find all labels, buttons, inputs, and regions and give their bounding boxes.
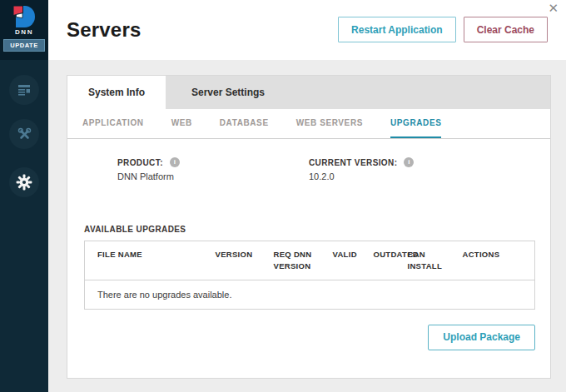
upload-package-button[interactable]: Upload Package bbox=[428, 325, 535, 350]
col-version: VERSION bbox=[203, 241, 261, 280]
tab-bar: System Info Server Settings bbox=[67, 76, 550, 109]
clear-cache-button[interactable]: Clear Cache bbox=[464, 17, 548, 42]
col-valid: VALID bbox=[320, 241, 361, 280]
sidebar-nav bbox=[0, 60, 48, 197]
col-req-dnn-version: REQ DNN VERSION bbox=[261, 241, 320, 280]
sidebar-item-settings[interactable] bbox=[9, 167, 39, 197]
update-badge[interactable]: UPDATE bbox=[3, 39, 44, 52]
info-icon[interactable]: i bbox=[170, 157, 180, 167]
close-icon[interactable]: ✕ bbox=[548, 2, 559, 14]
subtab-database[interactable]: DATABASE bbox=[220, 109, 269, 138]
gear-icon bbox=[16, 174, 32, 191]
current-version-label: CURRENT VERSION: bbox=[309, 158, 397, 167]
current-version-field: CURRENT VERSION: i 10.2.0 bbox=[309, 157, 414, 181]
empty-message: There are no upgrades available. bbox=[85, 280, 535, 309]
page-title: Servers bbox=[67, 18, 141, 42]
table-row: There are no upgrades available. bbox=[85, 280, 535, 309]
upgrades-content: PRODUCT: i DNN Platform CURRENT VERSION:… bbox=[67, 139, 550, 350]
available-upgrades-title: AVAILABLE UPGRADES bbox=[84, 225, 534, 234]
sidebar-item-content[interactable] bbox=[9, 75, 39, 105]
col-actions: ACTIONS bbox=[450, 241, 535, 280]
col-file-name: FILE NAME bbox=[85, 241, 203, 280]
system-info-fields: PRODUCT: i DNN Platform CURRENT VERSION:… bbox=[84, 157, 534, 181]
tab-server-settings[interactable]: Server Settings bbox=[166, 76, 290, 109]
subtab-application[interactable]: APPLICATION bbox=[82, 109, 144, 138]
dnn-wordmark: DNN bbox=[15, 28, 33, 36]
workspace: System Info Server Settings APPLICATION … bbox=[48, 60, 566, 392]
header-buttons: Restart Application Clear Cache bbox=[338, 17, 548, 42]
servers-panel: System Info Server Settings APPLICATION … bbox=[67, 75, 551, 379]
table-header-row: FILE NAME VERSION REQ DNN VERSION VALID … bbox=[85, 241, 535, 280]
info-icon[interactable]: i bbox=[404, 157, 414, 167]
page-header: Servers Restart Application Clear Cache … bbox=[48, 0, 566, 60]
subtab-web[interactable]: WEB bbox=[171, 109, 192, 138]
restart-application-button[interactable]: Restart Application bbox=[338, 17, 456, 42]
col-can-install: CAN INSTALL bbox=[395, 241, 450, 280]
main-area: Servers Restart Application Clear Cache … bbox=[48, 0, 566, 392]
col-outdated: OUTDATED bbox=[361, 241, 395, 280]
current-version-value: 10.2.0 bbox=[309, 171, 414, 181]
dnn-logo[interactable]: DNN UPDATE bbox=[0, 0, 48, 60]
product-field: PRODUCT: i DNN Platform bbox=[117, 157, 309, 181]
tools-icon bbox=[17, 127, 32, 142]
upgrades-table: FILE NAME VERSION REQ DNN VERSION VALID … bbox=[84, 241, 535, 310]
persona-bar: DNN UPDATE bbox=[0, 0, 48, 392]
servers-window: DNN UPDATE bbox=[0, 0, 566, 392]
tab-system-info[interactable]: System Info bbox=[67, 76, 166, 109]
sidebar-item-tools[interactable] bbox=[9, 119, 39, 149]
product-value: DNN Platform bbox=[117, 171, 309, 181]
upload-row: Upload Package bbox=[84, 325, 535, 350]
product-label: PRODUCT: bbox=[117, 158, 163, 167]
subtab-upgrades[interactable]: UPGRADES bbox=[390, 109, 441, 138]
subtab-bar: APPLICATION WEB DATABASE WEB SERVERS UPG… bbox=[67, 109, 550, 139]
content-icon bbox=[17, 82, 32, 97]
dnn-logo-icon bbox=[13, 6, 35, 27]
subtab-web-servers[interactable]: WEB SERVERS bbox=[296, 109, 363, 138]
